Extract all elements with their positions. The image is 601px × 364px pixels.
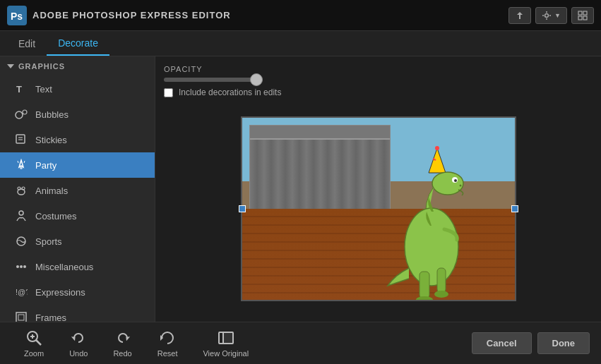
canvas-wrapper[interactable] (241, 116, 516, 301)
sidebar-item-label: Text (35, 84, 52, 95)
svg-rect-5 (578, 16, 582, 20)
tab-decorate[interactable]: Decorate (47, 32, 109, 56)
sidebar-item-label: Animals (35, 186, 68, 196)
share-button[interactable] (508, 7, 531, 24)
window-button[interactable] (571, 7, 594, 24)
undo-button[interactable]: Undo (56, 325, 100, 362)
svg-line-17 (24, 161, 25, 163)
reset-label: Reset (157, 349, 178, 358)
animals-icon (14, 183, 28, 198)
svg-point-40 (416, 296, 433, 300)
sidebar-item-sports[interactable]: Sports (0, 229, 155, 254)
sidebar-item-costumes[interactable]: Costumes (0, 203, 155, 229)
include-decorations-checkbox[interactable] (164, 88, 173, 97)
window-icon (578, 11, 588, 20)
svg-point-23 (16, 265, 19, 268)
toolbar-right: Cancel Done (472, 332, 590, 354)
dinosaur-graphic[interactable] (381, 145, 494, 300)
svg-text:!@?: !@? (16, 288, 28, 296)
bubbles-icon (14, 107, 28, 121)
tab-edit[interactable]: Edit (7, 32, 47, 55)
sidebar-item-misc[interactable]: Miscellaneous (0, 254, 155, 279)
settings-arrow: ▼ (554, 12, 561, 19)
svg-point-34 (454, 179, 457, 182)
svg-point-36 (405, 208, 458, 286)
svg-point-35 (459, 185, 461, 187)
svg-rect-37 (437, 268, 446, 293)
undo-icon (70, 329, 87, 346)
sidebar-item-stickies[interactable]: Stickies (0, 127, 155, 152)
undo-label: Undo (69, 349, 88, 358)
expressions-icon: !@? (14, 285, 28, 299)
svg-rect-4 (583, 11, 587, 15)
sports-icon (14, 234, 28, 248)
svg-point-21 (19, 211, 23, 215)
redo-icon (114, 329, 131, 346)
reset-button[interactable]: Reset (145, 325, 191, 362)
include-decorations-label: Include decorations in edits (179, 87, 281, 97)
header-left: Ps ADOBE PHOTOSHOP EXPRESS EDITOR (7, 6, 231, 25)
svg-rect-28 (18, 315, 24, 320)
sidebar-item-expressions[interactable]: !@? Expressions (0, 279, 155, 305)
sidebar-item-label: Expressions (35, 287, 85, 298)
sidebar-item-frames[interactable]: Frames (0, 305, 155, 322)
settings-button[interactable]: ▼ (535, 7, 567, 24)
svg-rect-49 (223, 332, 233, 344)
content-area: OPACITY Include decorations in edits (155, 56, 601, 322)
sidebar-item-bubbles[interactable]: Bubbles (0, 102, 155, 127)
view-original-label: View Original (203, 349, 249, 358)
barn-roof (250, 126, 390, 140)
settings-icon (542, 11, 552, 20)
svg-marker-29 (429, 148, 446, 173)
sidebar-item-label: Stickies (35, 135, 67, 145)
tab-bar: Edit Decorate (0, 31, 601, 56)
sidebar-item-party[interactable]: Party (0, 152, 155, 178)
header: Ps ADOBE PHOTOSHOP EXPRESS EDITOR ▼ (0, 0, 601, 31)
misc-icon (14, 260, 28, 274)
opacity-label: OPACITY (164, 65, 593, 73)
svg-rect-11 (16, 135, 25, 143)
svg-point-8 (16, 111, 23, 119)
include-decorations-row: Include decorations in edits (164, 87, 593, 97)
zoom-icon (25, 329, 42, 346)
text-icon: T (14, 82, 28, 96)
zoom-label: Zoom (24, 349, 44, 358)
svg-marker-14 (19, 160, 23, 167)
canvas-handle-right[interactable] (511, 205, 518, 212)
ps-logo-icon: Ps (7, 6, 27, 25)
collapse-icon (7, 64, 14, 68)
stickies-icon (14, 133, 28, 147)
share-icon (515, 11, 525, 20)
bottom-toolbar: Zoom Undo Redo Reset View Original Cance… (0, 322, 601, 364)
svg-point-15 (20, 166, 23, 169)
costumes-icon (14, 209, 28, 223)
svg-point-24 (20, 265, 23, 268)
opacity-section: OPACITY Include decorations in edits (164, 65, 593, 97)
sidebar-item-label: Party (35, 160, 56, 171)
svg-point-31 (435, 146, 439, 150)
sidebar-item-text[interactable]: T Text (0, 76, 155, 102)
svg-point-25 (23, 265, 26, 268)
frames-icon (14, 310, 28, 322)
zoom-button[interactable]: Zoom (11, 325, 56, 362)
app-title: ADOBE PHOTOSHOP EXPRESS EDITOR (32, 10, 231, 20)
redo-button[interactable]: Redo (100, 325, 144, 362)
opacity-slider[interactable] (164, 78, 263, 82)
graphics-section-header[interactable]: GRAPHICS (0, 56, 155, 76)
dinosaur-svg (381, 145, 494, 300)
main-area: GRAPHICS T Text Bubbles (0, 56, 601, 322)
redo-label: Redo (113, 349, 131, 358)
svg-rect-39 (419, 272, 429, 298)
svg-point-38 (434, 291, 448, 298)
sidebar-item-label: Costumes (35, 211, 77, 222)
svg-line-42 (36, 340, 41, 345)
canvas-handle-left[interactable] (239, 205, 246, 212)
sidebar-item-animals[interactable]: Animals (0, 178, 155, 203)
svg-text:T: T (16, 84, 22, 95)
reset-icon (159, 329, 176, 346)
view-original-button[interactable]: View Original (190, 325, 261, 362)
done-button[interactable]: Done (537, 332, 590, 354)
cancel-button[interactable]: Cancel (472, 332, 532, 354)
opacity-slider-container (164, 78, 593, 82)
sidebar-item-label: Frames (35, 313, 66, 322)
